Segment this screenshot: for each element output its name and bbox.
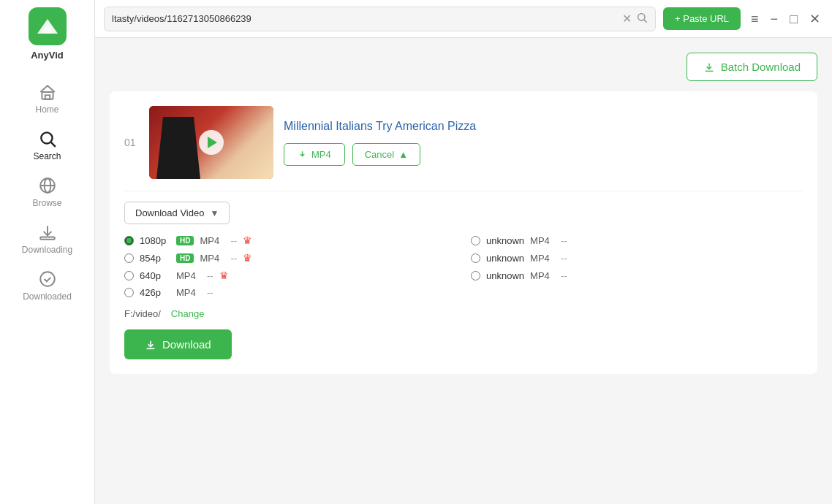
save-path-row: F:/video/ Change [124, 308, 803, 319]
sidebar-item-downloaded-label: Downloaded [23, 291, 72, 302]
quality-radio-426p[interactable] [124, 288, 134, 297]
titlebar: ltasty/videos/1162713050866239 ✕ + Paste… [95, 0, 832, 38]
res-854p: 854p [140, 253, 170, 264]
fmt-unknown-3: MP4 [530, 270, 555, 281]
cancel-label: Cancel [365, 149, 394, 160]
dropdown-arrow-icon: ▼ [210, 208, 219, 218]
download-type-dropdown[interactable]: Download Video ▼ [124, 202, 230, 224]
paste-url-button[interactable]: + Paste URL [663, 7, 741, 30]
quality-radio-854p[interactable] [124, 253, 134, 263]
dash-1080p: -- [230, 235, 237, 246]
sidebar-item-home[interactable]: Home [0, 75, 94, 122]
video-info: Millennial Italians Try American Pizza M… [284, 120, 803, 166]
dash-unknown-2: -- [561, 253, 567, 264]
res-unknown-2: unknown [486, 253, 524, 264]
app-logo [29, 7, 67, 45]
close-button[interactable]: ✕ [806, 12, 823, 26]
quality-radio-1080p[interactable] [124, 236, 134, 245]
logo-area: AnyVid [29, 7, 67, 61]
premium-icon-1080p: ♛ [243, 234, 252, 246]
video-thumbnail[interactable] [149, 106, 273, 179]
svg-line-3 [50, 142, 55, 147]
dash-unknown-1: -- [561, 235, 567, 246]
minimize-button[interactable]: − [768, 12, 782, 26]
batch-download-label: Batch Download [721, 61, 801, 73]
mp4-label: MP4 [311, 149, 331, 160]
batch-download-button[interactable]: Batch Download [687, 53, 817, 81]
dash-426p: -- [207, 287, 213, 298]
change-path-button[interactable]: Change [171, 308, 205, 319]
res-426p: 426p [140, 287, 170, 298]
top-actions: Batch Download [110, 53, 817, 81]
sidebar-item-browse-label: Browse [32, 198, 61, 208]
quality-radio-unknown-1[interactable] [471, 236, 480, 245]
svg-rect-7 [40, 237, 55, 240]
svg-rect-1 [45, 95, 50, 99]
quality-radio-640p[interactable] [124, 271, 134, 280]
premium-icon-854p: ♛ [243, 252, 252, 264]
sidebar-item-browse[interactable]: Browse [0, 169, 94, 215]
quality-radio-unknown-3[interactable] [471, 271, 480, 280]
person-silhouette [156, 117, 200, 179]
quality-row-1080p: 1080p HD MP4 -- ♛ [124, 234, 456, 246]
quality-radio-unknown-2[interactable] [471, 253, 480, 263]
browse-icon [38, 176, 57, 195]
sidebar-item-downloading[interactable]: Downloading [0, 215, 94, 262]
batch-download-icon [703, 61, 715, 73]
downloaded-icon [38, 270, 57, 289]
play-button[interactable] [199, 130, 224, 155]
main-area: ltasty/videos/1162713050866239 ✕ + Paste… [95, 0, 832, 504]
quality-row-unknown-3: unknown MP4 -- [471, 270, 803, 281]
video-card: 01 Millennial Italians Try American Pizz… [110, 91, 817, 374]
fmt-unknown-2: MP4 [530, 253, 555, 264]
quality-row-640p: 640p MP4 -- ♛ [124, 270, 456, 281]
dash-854p: -- [230, 253, 237, 264]
svg-point-8 [40, 272, 55, 286]
url-search-icon [636, 12, 648, 26]
res-unknown-1: unknown [486, 235, 524, 246]
svg-point-2 [41, 132, 52, 143]
hd-badge-854p: HD [176, 253, 194, 263]
fmt-1080p: MP4 [200, 235, 224, 246]
download-small-icon [298, 150, 307, 159]
sidebar-item-downloaded[interactable]: Downloaded [0, 262, 94, 309]
quality-row-empty [471, 287, 803, 298]
download-button[interactable]: Download [124, 329, 232, 359]
video-actions: MP4 Cancel ▲ [284, 143, 803, 166]
save-path-text: F:/video/ [124, 308, 161, 319]
quality-row-854p: 854p HD MP4 -- ♛ [124, 252, 456, 264]
sidebar-item-home-label: Home [35, 104, 58, 115]
fmt-unknown-1: MP4 [530, 235, 555, 246]
url-bar: ltasty/videos/1162713050866239 ✕ [104, 7, 656, 31]
search-icon [38, 129, 57, 148]
download-icon [145, 339, 156, 351]
sidebar-item-downloading-label: Downloading [22, 245, 72, 255]
menu-button[interactable]: ≡ [748, 12, 762, 26]
video-index: 01 [124, 137, 139, 148]
mp4-button[interactable]: MP4 [284, 143, 345, 166]
quality-grid: 1080p HD MP4 -- ♛ unknown MP4 -- [124, 234, 803, 298]
url-text: ltasty/videos/1162713050866239 [112, 13, 618, 24]
svg-point-9 [638, 13, 645, 20]
video-header: 01 Millennial Italians Try American Pizz… [124, 106, 803, 179]
dash-640p: -- [207, 270, 213, 281]
sidebar-item-search[interactable]: Search [0, 122, 94, 169]
dropdown-label: Download Video [135, 207, 204, 218]
url-clear-button[interactable]: ✕ [622, 13, 632, 25]
window-controls: ≡ − □ ✕ [748, 12, 823, 26]
svg-line-10 [644, 20, 647, 23]
fmt-854p: MP4 [200, 253, 224, 264]
sidebar-item-search-label: Search [33, 151, 61, 161]
downloading-icon [38, 223, 57, 242]
quality-row-unknown-2: unknown MP4 -- [471, 252, 803, 264]
quality-row-426p: 426p MP4 -- [124, 287, 456, 298]
cancel-button[interactable]: Cancel ▲ [352, 143, 420, 166]
hd-badge-1080p: HD [176, 236, 194, 245]
fmt-426p: MP4 [176, 287, 201, 298]
content-area: Batch Download 01 Millennial Italians Tr… [95, 38, 832, 504]
premium-icon-640p: ♛ [219, 270, 229, 281]
options-panel: Download Video ▼ 1080p HD MP4 -- ♛ [124, 191, 803, 359]
maximize-button[interactable]: □ [787, 12, 801, 26]
quality-row-unknown-1: unknown MP4 -- [471, 234, 803, 246]
home-icon [38, 83, 57, 102]
